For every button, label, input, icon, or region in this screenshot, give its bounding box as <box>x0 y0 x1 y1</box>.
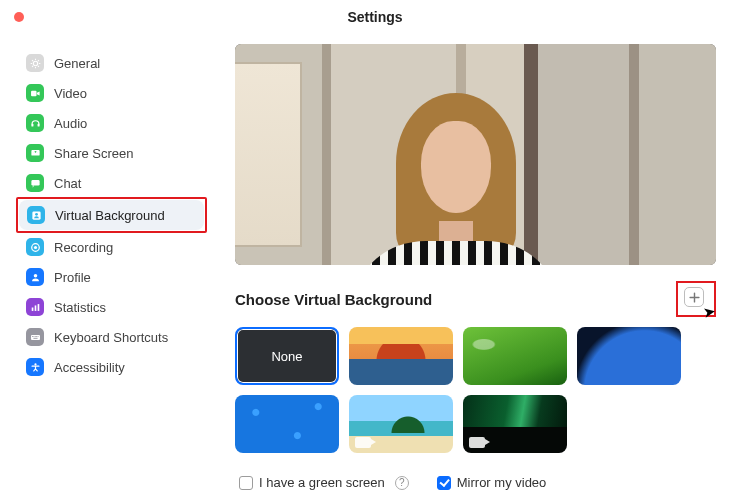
sidebar-item-profile[interactable]: Profile <box>18 262 205 292</box>
sidebar-item-label: Audio <box>54 116 87 131</box>
sidebar-item-label: Share Screen <box>54 146 134 161</box>
sidebar-item-recording[interactable]: Recording <box>18 232 205 262</box>
sidebar-item-label: General <box>54 56 100 71</box>
virtual-background-panel: Choose Virtual Background ➤ None I have … <box>215 34 750 500</box>
add-background-highlight: ➤ <box>676 281 716 317</box>
window-title: Settings <box>0 9 750 25</box>
record-icon <box>26 238 44 256</box>
bg-thumb-aurora[interactable] <box>463 395 567 453</box>
bars-icon <box>26 298 44 316</box>
video-badge-icon <box>355 437 371 448</box>
camera-icon <box>26 84 44 102</box>
green-screen-label: I have a green screen <box>259 475 385 490</box>
svg-rect-15 <box>32 336 33 337</box>
close-window-button[interactable] <box>14 12 24 22</box>
options-row: I have a green screen ? Mirror my video <box>235 475 716 490</box>
headset-icon <box>26 114 44 132</box>
svg-rect-16 <box>33 336 34 337</box>
svg-rect-1 <box>31 90 37 96</box>
svg-point-10 <box>33 273 37 277</box>
bg-thumb-none[interactable]: None <box>235 327 339 385</box>
keyboard-icon <box>26 328 44 346</box>
svg-rect-19 <box>37 336 38 337</box>
settings-window: Settings GeneralVideoAudioShare ScreenCh… <box>0 0 750 500</box>
sidebar-item-share-screen[interactable]: Share Screen <box>18 138 205 168</box>
accessibility-icon <box>26 358 44 376</box>
sidebar-item-label: Keyboard Shortcuts <box>54 330 168 345</box>
bg-thumb-label: None <box>271 349 302 364</box>
plus-icon <box>689 292 700 303</box>
sidebar-item-label: Profile <box>54 270 91 285</box>
sidebar-item-virtual-background[interactable]: Virtual Background <box>19 200 204 230</box>
bg-thumb-grass[interactable] <box>463 327 567 385</box>
screen-icon <box>26 144 44 162</box>
svg-rect-14 <box>31 335 40 340</box>
help-icon[interactable]: ? <box>395 476 409 490</box>
sidebar-item-audio[interactable]: Audio <box>18 108 205 138</box>
svg-rect-2 <box>31 123 33 126</box>
svg-rect-13 <box>37 304 39 311</box>
bg-thumb-space[interactable] <box>577 327 681 385</box>
person-icon <box>27 206 45 224</box>
sidebar-item-keyboard-shortcuts[interactable]: Keyboard Shortcuts <box>18 322 205 352</box>
svg-rect-18 <box>36 336 37 337</box>
titlebar: Settings <box>0 0 750 34</box>
sidebar-item-statistics[interactable]: Statistics <box>18 292 205 322</box>
settings-sidebar: GeneralVideoAudioShare ScreenChatVirtual… <box>0 34 215 500</box>
svg-point-0 <box>33 61 37 65</box>
svg-rect-17 <box>34 336 35 337</box>
mirror-video-checkbox[interactable]: Mirror my video <box>437 475 547 490</box>
sidebar-item-label: Statistics <box>54 300 106 315</box>
sidebar-highlight: Virtual Background <box>16 197 207 233</box>
background-thumbnails: None <box>235 327 716 453</box>
section-heading: Choose Virtual Background <box>235 291 432 308</box>
svg-point-7 <box>35 212 38 215</box>
sidebar-item-video[interactable]: Video <box>18 78 205 108</box>
bg-thumb-bridge[interactable] <box>349 327 453 385</box>
video-preview <box>235 44 716 265</box>
cursor-icon: ➤ <box>702 302 718 322</box>
gear-icon <box>26 54 44 72</box>
mirror-video-label: Mirror my video <box>457 475 547 490</box>
sidebar-item-general[interactable]: General <box>18 48 205 78</box>
sidebar-item-chat[interactable]: Chat <box>18 168 205 198</box>
sidebar-item-label: Accessibility <box>54 360 125 375</box>
sidebar-item-label: Recording <box>54 240 113 255</box>
svg-rect-12 <box>34 305 36 311</box>
chat-icon <box>26 174 44 192</box>
avatar-icon <box>26 268 44 286</box>
svg-rect-20 <box>33 337 37 338</box>
svg-rect-3 <box>37 123 39 126</box>
bg-thumb-beach[interactable] <box>349 395 453 453</box>
sidebar-item-label: Video <box>54 86 87 101</box>
svg-rect-5 <box>31 180 39 186</box>
svg-rect-11 <box>31 307 33 310</box>
sidebar-item-label: Chat <box>54 176 81 191</box>
svg-point-9 <box>33 245 36 248</box>
video-badge-icon <box>469 437 485 448</box>
svg-point-21 <box>34 363 36 365</box>
sidebar-item-accessibility[interactable]: Accessibility <box>18 352 205 382</box>
sidebar-item-label: Virtual Background <box>55 208 165 223</box>
green-screen-checkbox[interactable]: I have a green screen ? <box>239 475 409 490</box>
bg-thumb-blue[interactable] <box>235 395 339 453</box>
